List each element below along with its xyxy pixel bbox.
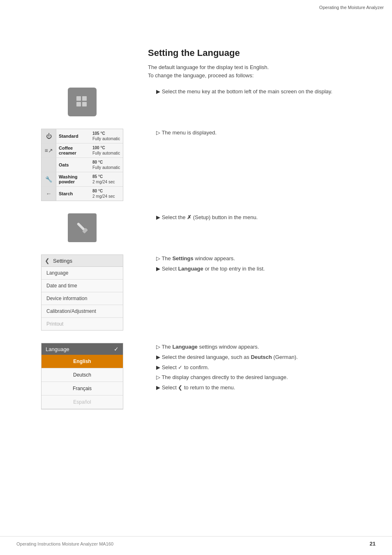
step-5-instructions: The Language settings window appears. Se… — [148, 343, 376, 392]
page-title: Setting the Language — [148, 48, 376, 58]
list-icon: ≡↗ — [42, 143, 56, 157]
step-5d-text: The display changes directly to the desi… — [156, 373, 376, 382]
wrench-setup-svg — [73, 219, 91, 237]
svg-rect-2 — [76, 102, 81, 106]
step-4a-text: The Settings window appears. — [156, 254, 376, 263]
item-washing-temp: 85 °C — [92, 174, 120, 179]
menu-row-washing: 🔧 Washing powder 85 °C 2 mg/24 sec — [42, 172, 123, 187]
menu-row-standard: ⏻ Standard 105 °C Fully automatic — [42, 129, 123, 143]
page-description: The default language for the display tex… — [148, 63, 376, 79]
step-5b-text: Select the desired language, such as Deu… — [156, 353, 376, 362]
item-oats-mode: Fully automatic — [92, 165, 120, 170]
item-starch-detail: 80 °C 2 mg/24 sec — [90, 187, 123, 201]
language-window-title: Language — [46, 346, 69, 352]
device-screen: ⏻ Standard 105 °C Fully automatic ≡↗ Cof… — [41, 129, 123, 201]
menu-key-icon — [68, 88, 97, 116]
back-icon: ← — [42, 187, 56, 201]
main-content: Setting the Language The default languag… — [0, 15, 392, 438]
step-1-text: Select the menu key at the bottom left o… — [162, 88, 332, 95]
wrench-icon: 🔧 — [42, 172, 56, 186]
item-coffee-name: Coffee creamer — [56, 143, 90, 157]
description-line2: To change the language, proceed as follo… — [148, 72, 376, 80]
item-coffee-mode: Fully automatic — [92, 150, 120, 156]
item-standard-detail: 105 °C Fully automatic — [90, 129, 123, 143]
settings-window-header: ❮ Settings — [42, 255, 123, 267]
settings-back-button[interactable]: ❮ — [45, 257, 50, 264]
grid-icon — [73, 93, 91, 111]
item-oats-temp: 80 °C — [92, 160, 120, 165]
svg-rect-3 — [82, 102, 87, 106]
step-5: Language ✓ English Deutsch Français Espa… — [16, 343, 376, 409]
menu-row-oats: Oats 80 °C Fully automatic — [42, 158, 123, 172]
language-item-espanol[interactable]: Español — [42, 395, 123, 409]
step-1-visual — [16, 88, 148, 116]
arrow-icon-5a — [156, 344, 161, 350]
page-header: Operating the Moisture Analyzer — [228, 0, 392, 15]
language-window: Language ✓ English Deutsch Français Espa… — [41, 343, 123, 409]
item-standard-mode: Fully automatic — [92, 136, 120, 141]
description-line1: The default language for the display tex… — [148, 63, 376, 72]
language-check-icon[interactable]: ✓ — [114, 346, 119, 352]
item-oats-name: Oats — [56, 158, 90, 172]
step-2-visual: ⏻ Standard 105 °C Fully automatic ≡↗ Cof… — [16, 129, 148, 201]
oats-icon — [42, 158, 56, 172]
item-coffee-temp: 100 °C — [92, 145, 120, 150]
step-5e-text: Select ❮ to return to the menu. — [156, 384, 376, 392]
language-item-deutsch[interactable]: Deutsch — [42, 368, 123, 382]
step-4: ❮ Settings Language Date and time Device… — [16, 254, 376, 331]
step-4b-text: Select Language or the top entry in the … — [156, 265, 376, 273]
item-washing-mode: 2 mg/24 sec — [92, 179, 120, 185]
header-title: Operating the Moisture Analyzer — [319, 5, 384, 10]
item-starch-mode: 2 mg/24 sec — [92, 194, 120, 199]
svg-rect-1 — [82, 96, 87, 101]
settings-item-language[interactable]: Language — [42, 267, 123, 280]
language-item-english[interactable]: English — [42, 355, 123, 368]
power-icon: ⏻ — [42, 129, 56, 143]
setup-button-icon — [68, 213, 97, 242]
item-washing-name: Washing powder — [56, 172, 90, 186]
item-washing-detail: 85 °C 2 mg/24 sec — [90, 172, 123, 186]
step-3-visual — [16, 213, 148, 242]
language-item-francais[interactable]: Français — [42, 382, 123, 395]
step-1: Select the menu key at the bottom left o… — [16, 88, 376, 116]
step-3: Select the ✗ (Setup) button in the menu. — [16, 213, 376, 242]
settings-item-printout[interactable]: Printout — [42, 318, 123, 330]
arrow-icon-5b — [156, 354, 162, 360]
settings-window-title: Settings — [53, 258, 72, 264]
arrow-icon-4a — [156, 255, 161, 261]
arrow-icon-3 — [156, 214, 162, 220]
language-window-header: Language ✓ — [42, 343, 123, 355]
arrow-icon-2 — [156, 130, 161, 136]
step-1-instruction: Select the menu key at the bottom left o… — [148, 88, 376, 96]
item-standard-temp: 105 °C — [92, 131, 120, 136]
arrow-icon-1 — [156, 88, 162, 95]
arrow-icon-4b — [156, 266, 162, 272]
page-footer: Operating Instructions Moisture Analyzer… — [0, 536, 392, 547]
arrow-icon-5d — [156, 374, 161, 380]
step-3-instruction: Select the ✗ (Setup) button in the menu. — [148, 213, 376, 222]
step-5c-text: Select ✓ to confirm. — [156, 363, 376, 372]
menu-row-coffee: ≡↗ Coffee creamer 100 °C Fully automatic — [42, 143, 123, 158]
step-2: ⏻ Standard 105 °C Fully automatic ≡↗ Cof… — [16, 129, 376, 201]
step-4-visual: ❮ Settings Language Date and time Device… — [16, 254, 148, 331]
item-oats-detail: 80 °C Fully automatic — [90, 158, 123, 172]
settings-item-calibration[interactable]: Calibration/Adjustment — [42, 305, 123, 318]
footer-text: Operating Instructions Moisture Analyzer… — [16, 541, 113, 546]
item-starch-name: Starch — [56, 187, 90, 201]
settings-item-device[interactable]: Device information — [42, 292, 123, 305]
item-starch-temp: 80 °C — [92, 188, 120, 194]
menu-row-starch: ← Starch 80 °C 2 mg/24 sec — [42, 187, 123, 201]
item-standard-name: Standard — [56, 129, 90, 143]
arrow-icon-5c — [156, 364, 162, 370]
item-coffee-detail: 100 °C Fully automatic — [90, 143, 123, 157]
step-4-instructions: The Settings window appears. Select Lang… — [148, 254, 376, 273]
arrow-icon-5e — [156, 384, 162, 391]
step-5-visual: Language ✓ English Deutsch Français Espa… — [16, 343, 148, 409]
settings-item-datetime[interactable]: Date and time — [42, 280, 123, 292]
settings-window: ❮ Settings Language Date and time Device… — [41, 254, 123, 331]
step-2-instruction: The menu is displayed. — [148, 129, 376, 137]
step-2-text: The menu is displayed. — [161, 130, 217, 136]
step-5a-text: The Language settings window appears. — [156, 343, 376, 352]
step-3-text: Select the ✗ (Setup) button in the menu. — [162, 214, 258, 220]
svg-rect-0 — [76, 96, 81, 101]
